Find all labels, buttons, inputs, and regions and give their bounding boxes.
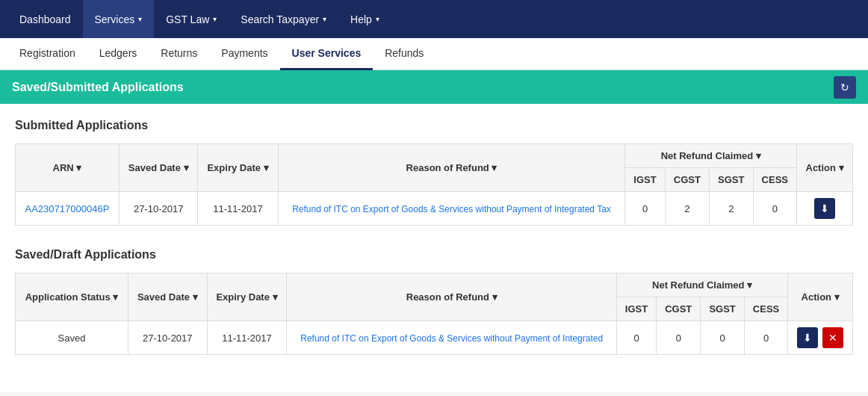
reason-sort-icon: ▾ [492, 162, 497, 173]
cess-draft-cell: 0 [744, 321, 787, 355]
net-refund-sort-icon: ▾ [756, 150, 761, 161]
saved-date-draft-cell: 27-10-2017 [128, 321, 207, 355]
subnav-user-services[interactable]: User Services [280, 38, 373, 70]
download-button[interactable]: ⬇ [814, 198, 835, 219]
col-reason-of-refund[interactable]: Reason of Refund ▾ [278, 144, 625, 192]
action-cell: ⬇ [797, 192, 853, 226]
main-content: Submitted Applications ARN ▾ Saved Date … [0, 104, 868, 392]
col-application-status[interactable]: Application Status ▾ [16, 273, 128, 321]
sub-nav: Registration Ledgers Returns Payments Us… [0, 38, 868, 70]
saved-date-draft-sort-icon: ▾ [193, 291, 198, 303]
sgst-draft-cell: 0 [701, 321, 744, 355]
subnav-refunds[interactable]: Refunds [373, 38, 435, 70]
gst-law-dropdown-icon: ▾ [213, 15, 217, 23]
reason-draft-cell: Refund of ITC on Export of Goods & Servi… [287, 321, 616, 355]
col-cgst: CGST [665, 168, 709, 192]
col-igst-draft: IGST [616, 297, 656, 321]
arn-cell: AA230717000046P [16, 192, 120, 226]
col-expiry-date[interactable]: Expiry Date ▾ [198, 144, 278, 192]
col-action[interactable]: Action ▾ [797, 144, 853, 192]
table-row: AA230717000046P 27-10-2017 11-11-2017 Re… [16, 192, 853, 226]
col-igst: IGST [625, 168, 665, 192]
download-draft-icon: ⬇ [803, 332, 812, 344]
net-refund-draft-sort-icon: ▾ [747, 279, 752, 291]
expiry-date-cell: 11-11-2017 [198, 192, 278, 226]
application-status-cell: Saved [16, 321, 128, 355]
services-dropdown-icon: ▾ [138, 15, 142, 23]
col-expiry-date-draft[interactable]: Expiry Date ▾ [207, 273, 287, 321]
nav-dashboard[interactable]: Dashboard [7, 0, 83, 38]
reason-draft-sort-icon: ▾ [492, 291, 497, 303]
expiry-date-sort-icon: ▾ [264, 162, 269, 173]
saved-draft-applications-title: Saved/Draft Applications [15, 248, 853, 262]
col-sgst-draft: SGST [701, 297, 744, 321]
reason-cell: Refund of ITC on Export of Goods & Servi… [278, 192, 625, 226]
nav-search-taxpayer[interactable]: Search Taxpayer ▾ [229, 0, 338, 38]
subnav-returns[interactable]: Returns [149, 38, 209, 70]
sgst-cell: 2 [709, 192, 753, 226]
col-arn[interactable]: ARN ▾ [16, 144, 120, 192]
saved-date-cell: 27-10-2017 [119, 192, 198, 226]
app-status-sort-icon: ▾ [113, 291, 118, 303]
nav-gst-law[interactable]: GST Law ▾ [154, 0, 229, 38]
top-nav: Dashboard Services ▾ GST Law ▾ Search Ta… [0, 0, 868, 38]
nav-help[interactable]: Help ▾ [338, 0, 391, 38]
saved-date-sort-icon: ▾ [184, 162, 189, 173]
cgst-cell: 2 [665, 192, 709, 226]
col-reason-draft[interactable]: Reason of Refund ▾ [287, 273, 616, 321]
action-draft-sort-icon: ▾ [834, 291, 840, 303]
col-saved-date[interactable]: Saved Date ▾ [119, 144, 198, 192]
arn-sort-icon: ▾ [76, 162, 81, 173]
arn-link[interactable]: AA230717000046P [25, 203, 110, 214]
cgst-draft-cell: 0 [657, 321, 701, 355]
igst-draft-cell: 0 [616, 321, 656, 355]
col-action-draft[interactable]: Action ▾ [788, 273, 853, 321]
col-saved-date-draft[interactable]: Saved Date ▾ [128, 273, 207, 321]
igst-cell: 0 [625, 192, 665, 226]
col-cess: CESS [753, 168, 797, 192]
subnav-ledgers[interactable]: Ledgers [87, 38, 149, 70]
nav-services[interactable]: Services ▾ [83, 0, 155, 38]
col-sgst: SGST [709, 168, 753, 192]
table-row: Saved 27-10-2017 11-11-2017 Refund of IT… [16, 321, 853, 355]
saved-draft-applications-table: Application Status ▾ Saved Date ▾ Expiry… [15, 273, 853, 355]
submitted-applications-table: ARN ▾ Saved Date ▾ Expiry Date ▾ Reason … [15, 143, 853, 226]
expiry-date-draft-sort-icon: ▾ [273, 291, 278, 303]
col-net-refund-draft[interactable]: Net Refund Claimed ▾ [616, 273, 787, 297]
download-icon: ⬇ [820, 202, 829, 214]
subnav-payments[interactable]: Payments [209, 38, 279, 70]
delete-draft-icon: ✕ [828, 332, 837, 344]
download-draft-button[interactable]: ⬇ [797, 327, 818, 348]
help-dropdown-icon: ▾ [376, 15, 379, 23]
cess-cell: 0 [753, 192, 797, 226]
delete-draft-button[interactable]: ✕ [822, 327, 843, 348]
page-header: Saved/Submitted Applications ↻ [0, 70, 868, 104]
col-cess-draft: CESS [744, 297, 787, 321]
subnav-registration[interactable]: Registration [7, 38, 87, 70]
expiry-date-draft-cell: 11-11-2017 [207, 321, 287, 355]
page-title: Saved/Submitted Applications [12, 81, 184, 94]
col-cgst-draft: CGST [657, 297, 701, 321]
action-sort-icon: ▾ [839, 162, 844, 173]
refresh-icon: ↻ [840, 81, 849, 93]
refresh-button[interactable]: ↻ [834, 76, 856, 99]
search-taxpayer-dropdown-icon: ▾ [323, 15, 326, 23]
submitted-applications-title: Submitted Applications [15, 119, 853, 132]
col-net-refund-claimed[interactable]: Net Refund Claimed ▾ [625, 144, 797, 168]
action-draft-cell: ⬇ ✕ [788, 321, 853, 355]
